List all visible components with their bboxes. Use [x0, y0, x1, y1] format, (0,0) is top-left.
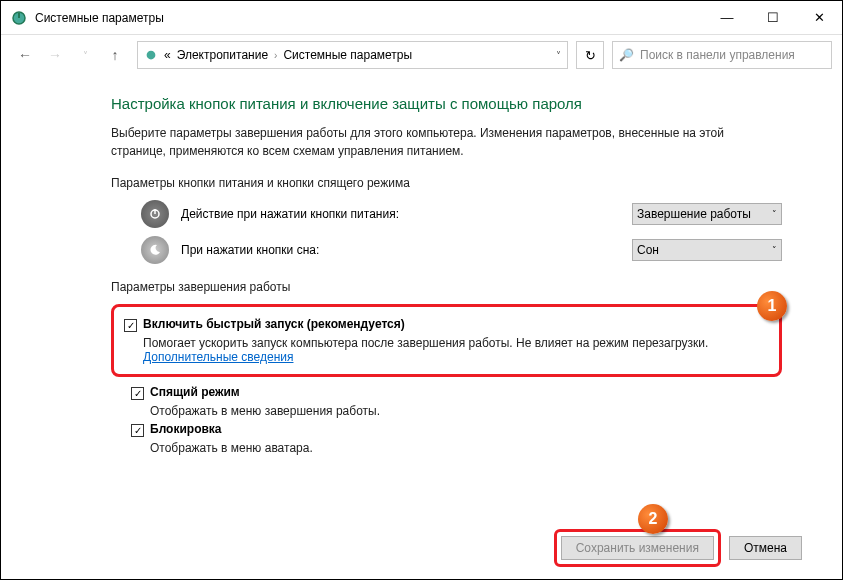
more-info-link[interactable]: Дополнительные сведения [143, 350, 293, 364]
power-icon [141, 200, 169, 228]
highlight-annotation-2: 2 Сохранить изменения [554, 529, 721, 567]
fast-start-title: Включить быстрый запуск (рекомендуется) [143, 317, 405, 331]
app-icon [11, 10, 27, 26]
close-button[interactable]: ✕ [796, 2, 842, 34]
sleep-button-dropdown[interactable]: Сон˅ [632, 239, 782, 261]
search-input[interactable]: 🔍 Поиск в панели управления [612, 41, 832, 69]
maximize-button[interactable]: ☐ [750, 2, 796, 34]
nav-recent-button[interactable]: ˅ [71, 41, 99, 69]
page-heading: Настройка кнопок питания и включение защ… [111, 95, 782, 112]
battery-icon [144, 48, 158, 62]
power-button-dropdown[interactable]: Завершение работы˅ [632, 203, 782, 225]
section-label: Параметры кнопки питания и кнопки спящег… [111, 176, 782, 190]
section-label: Параметры завершения работы [111, 280, 782, 294]
annotation-badge-1: 1 [757, 291, 787, 321]
svg-point-2 [147, 51, 156, 60]
save-button[interactable]: Сохранить изменения [561, 536, 714, 560]
lock-checkbox[interactable] [131, 424, 144, 437]
nav-up-button[interactable]: ↑ [101, 41, 129, 69]
cancel-button[interactable]: Отмена [729, 536, 802, 560]
sleep-icon [141, 236, 169, 264]
lock-title: Блокировка [150, 422, 222, 436]
chevron-down-icon[interactable]: ˅ [556, 50, 561, 61]
nav-forward-button[interactable]: → [41, 41, 69, 69]
svg-rect-1 [18, 13, 20, 18]
sleep-title: Спящий режим [150, 385, 240, 399]
chevron-right-icon: › [274, 50, 277, 61]
sleep-button-label: При нажатии кнопки сна: [181, 243, 620, 257]
window-title: Системные параметры [35, 11, 704, 25]
minimize-button[interactable]: — [704, 2, 750, 34]
annotation-badge-2: 2 [638, 504, 668, 534]
breadcrumb-item[interactable]: Электропитание [177, 48, 268, 62]
breadcrumb-item[interactable]: Системные параметры [283, 48, 412, 62]
nav-back-button[interactable]: ← [11, 41, 39, 69]
highlight-annotation-1: 1 Включить быстрый запуск (рекомендуется… [111, 304, 782, 377]
address-bar[interactable]: « Электропитание › Системные параметры ˅ [137, 41, 568, 69]
lock-desc: Отображать в меню аватара. [150, 441, 782, 455]
refresh-button[interactable]: ↻ [576, 41, 604, 69]
search-placeholder: Поиск в панели управления [640, 48, 795, 62]
breadcrumb-prefix: « [164, 48, 171, 62]
search-icon: 🔍 [619, 48, 634, 62]
fast-start-desc: Помогает ускорить запуск компьютера посл… [143, 336, 769, 364]
page-description: Выберите параметры завершения работы для… [111, 124, 782, 160]
sleep-checkbox[interactable] [131, 387, 144, 400]
sleep-desc: Отображать в меню завершения работы. [150, 404, 782, 418]
fast-start-checkbox[interactable] [124, 319, 137, 332]
power-button-label: Действие при нажатии кнопки питания: [181, 207, 620, 221]
